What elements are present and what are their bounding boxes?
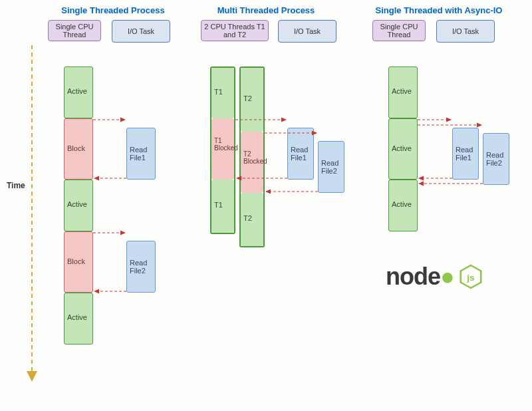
- col2-read-file1: Read File1: [287, 128, 314, 180]
- node-logo: node● js: [386, 263, 482, 291]
- col1-active-2: Active: [64, 180, 93, 231]
- col1-read-file2: Read File2: [126, 241, 156, 293]
- col1-io-header: I/O Task: [112, 20, 170, 43]
- col3-active-3: Active: [388, 180, 418, 231]
- col2-t2-active-1: T2: [241, 68, 263, 132]
- title-col3: Single Threaded with Async-IO: [362, 5, 515, 15]
- col3-active-1: Active: [388, 67, 418, 118]
- col1-cpu-header: Single CPU Thread: [48, 20, 101, 41]
- title-col1: Single Threaded Process: [47, 5, 180, 15]
- col2-t1-active-2: T1: [211, 180, 234, 233]
- col1-active-3: Active: [64, 293, 93, 344]
- col1-read-file1: Read File1: [126, 128, 156, 180]
- node-hex-icon: js: [460, 264, 482, 289]
- col2-cpu-header: 2 CPU Threads T1 and T2: [201, 20, 269, 41]
- col2-io-header: I/O Task: [278, 20, 336, 43]
- col2-t1-active-1: T1: [211, 68, 234, 118]
- col1-active-1: Active: [64, 67, 93, 118]
- col3-read-file1: Read File1: [452, 128, 479, 180]
- svg-text:js: js: [466, 273, 474, 283]
- col3-read-file2: Read File2: [483, 133, 509, 185]
- col3-io-header: I/O Task: [436, 20, 495, 43]
- col2-t1-blocked: T1 Blocked: [211, 118, 234, 180]
- node-logo-text: node●: [386, 263, 454, 291]
- col1-block-2: Block: [64, 231, 93, 293]
- col3-cpu-header: Single CPU Thread: [372, 20, 426, 41]
- col2-t2-blocked: T2 Blocked: [241, 132, 263, 193]
- col2-read-file2: Read File2: [318, 141, 344, 193]
- col3-active-2: Active: [388, 118, 418, 180]
- time-axis-label: Time: [7, 181, 25, 190]
- col2-t2-active-2: T2: [241, 193, 263, 246]
- title-col2: Multi Threaded Process: [200, 5, 332, 15]
- col1-block-1: Block: [64, 118, 93, 180]
